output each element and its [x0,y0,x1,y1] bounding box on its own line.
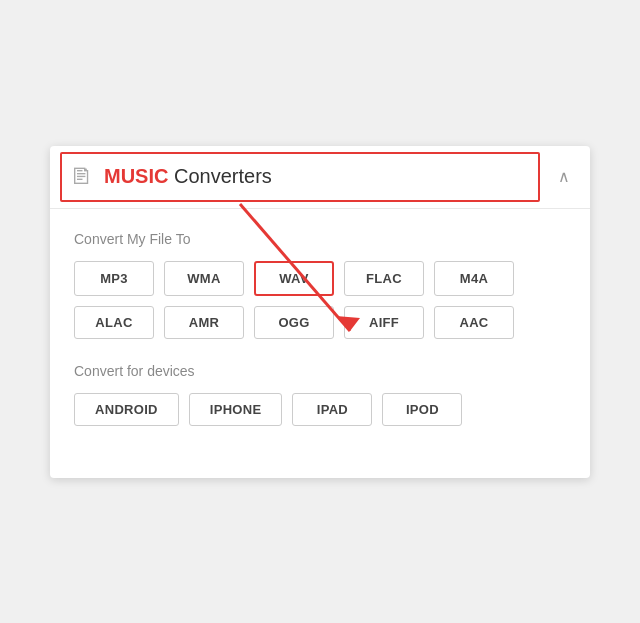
panel-title: MUSIC Converters [104,165,272,188]
format-aiff[interactable]: AIFF [344,306,424,339]
format-amr[interactable]: AMR [164,306,244,339]
format-wav[interactable]: WAV [254,261,334,296]
file-format-grid: MP3 WMA WAV FLAC M4A ALAC AMR OGG AIFF A… [74,261,566,339]
format-flac[interactable]: FLAC [344,261,424,296]
format-m4a[interactable]: M4A [434,261,514,296]
header-left: 🖹 MUSIC Converters [70,164,272,190]
panel-wrapper: 🖹 MUSIC Converters ∧ Convert My File To … [50,146,590,478]
format-ogg[interactable]: OGG [254,306,334,339]
format-alac[interactable]: ALAC [74,306,154,339]
section-label-file: Convert My File To [74,231,566,247]
format-aac[interactable]: AAC [434,306,514,339]
music-label: MUSIC [104,165,168,187]
format-iphone[interactable]: IPHONE [189,393,283,426]
format-ipod[interactable]: IPOD [382,393,462,426]
format-mp3[interactable]: MP3 [74,261,154,296]
device-format-grid: ANDROID IPHONE IPAD IPOD [74,393,566,426]
section-label-devices: Convert for devices [74,363,566,379]
format-android[interactable]: ANDROID [74,393,179,426]
collapse-button[interactable]: ∧ [558,167,570,186]
format-wma[interactable]: WMA [164,261,244,296]
panel-header: 🖹 MUSIC Converters ∧ [50,146,590,209]
format-ipad[interactable]: IPAD [292,393,372,426]
file-icon: 🖹 [70,164,92,190]
panel-body: Convert My File To MP3 WMA WAV FLAC M4A … [50,209,590,478]
converters-label: Converters [168,165,271,187]
music-converters-panel: 🖹 MUSIC Converters ∧ Convert My File To … [50,146,590,478]
